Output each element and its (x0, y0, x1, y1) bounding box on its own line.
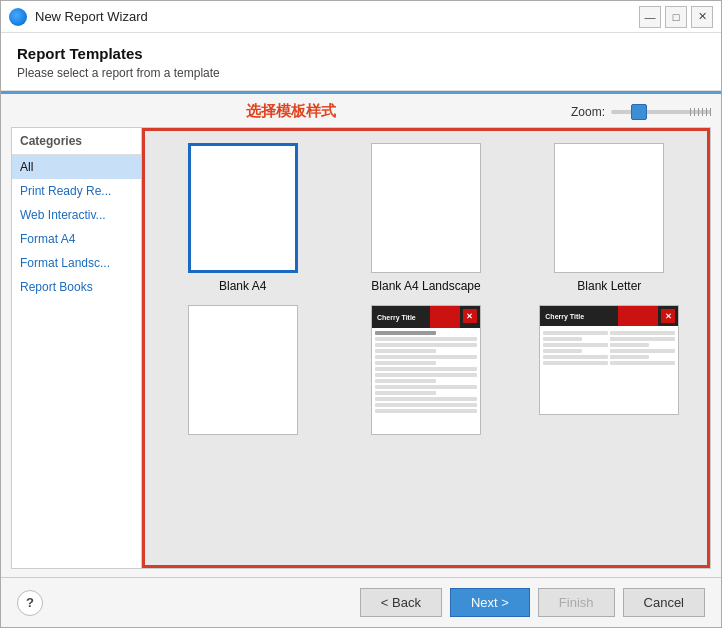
template-preview-blank-a4 (188, 143, 298, 273)
cherry-col-right (610, 331, 675, 367)
maximize-button[interactable]: □ (665, 6, 687, 28)
templates-panel[interactable]: Blank A4 Blank A4 Landscape Blank Letter (142, 128, 710, 568)
category-report-books[interactable]: Report Books (12, 275, 141, 299)
template-blank-2[interactable] (157, 305, 328, 441)
cherry-row (543, 361, 608, 365)
cherry-row (610, 349, 675, 353)
cherry-row (610, 337, 675, 341)
app-icon (9, 8, 27, 26)
template-preview-cherry-portrait: Cherry Title ✕ (371, 305, 481, 435)
template-style-label: 选择模板样式 (11, 102, 571, 121)
template-preview-blank-a4-landscape (371, 143, 481, 273)
template-preview-blank-letter (554, 143, 664, 273)
cherry-row (375, 331, 436, 335)
cherry-body-landscape (540, 326, 678, 370)
footer-left: ? (17, 590, 360, 616)
window-title: New Report Wizard (35, 9, 639, 24)
zoom-tick (690, 108, 691, 116)
cherry-row (375, 373, 477, 377)
help-button[interactable]: ? (17, 590, 43, 616)
toolbar-row: 选择模板样式 Zoom: (11, 102, 711, 121)
cherry-row (610, 361, 675, 365)
cherry-row (610, 343, 649, 347)
cherry-header-portrait: Cherry Title ✕ (372, 306, 480, 328)
cherry-row (543, 343, 608, 347)
category-all[interactable]: All (12, 155, 141, 179)
cherry-row (610, 355, 649, 359)
cherry-stripe-portrait (430, 306, 460, 328)
template-cherry-landscape[interactable]: Cherry Title ✕ (524, 305, 695, 441)
cherry-row (610, 331, 675, 335)
next-button[interactable]: Next > (450, 588, 530, 617)
cherry-row (375, 391, 436, 395)
zoom-area: Zoom: (571, 104, 711, 120)
cherry-row (375, 397, 477, 401)
cherry-row (543, 337, 582, 341)
zoom-tick (710, 108, 711, 116)
cherry-row (375, 403, 477, 407)
header-subtitle: Please select a report from a template (17, 66, 705, 80)
cherry-row (375, 343, 477, 347)
zoom-tick (698, 108, 699, 116)
template-label-blank-a4-landscape: Blank A4 Landscape (371, 279, 480, 293)
category-format-landscape[interactable]: Format Landsc... (12, 251, 141, 275)
header-title: Report Templates (17, 45, 705, 62)
minimize-button[interactable]: — (639, 6, 661, 28)
cherry-row (375, 361, 436, 365)
template-blank-a4-landscape[interactable]: Blank A4 Landscape (340, 143, 511, 293)
footer: ? < Back Next > Finish Cancel (1, 577, 721, 627)
cherry-col-layout (543, 331, 675, 367)
cherry-row (375, 367, 477, 371)
template-cherry-portrait[interactable]: Cherry Title ✕ (340, 305, 511, 441)
zoom-tick (706, 108, 707, 116)
cherry-row (375, 379, 436, 383)
template-preview-cherry-landscape: Cherry Title ✕ (539, 305, 679, 415)
category-web[interactable]: Web Interactiv... (12, 203, 141, 227)
window-controls: — □ ✕ (639, 6, 713, 28)
cherry-row (375, 337, 477, 341)
cherry-row (375, 355, 477, 359)
main-content: 选择模板样式 Zoom: (1, 94, 721, 577)
categories-panel: Categories All Print Ready Re... Web Int… (12, 128, 142, 568)
template-blank-letter[interactable]: Blank Letter (524, 143, 695, 293)
zoom-tick (694, 108, 695, 116)
finish-button[interactable]: Finish (538, 588, 615, 617)
cherry-row (375, 349, 436, 353)
cherry-x-portrait: ✕ (463, 309, 477, 323)
template-label-blank-a4: Blank A4 (219, 279, 266, 293)
template-preview-blank-2 (188, 305, 298, 435)
footer-buttons: < Back Next > Finish Cancel (360, 588, 705, 617)
cherry-title-portrait: Cherry Title (377, 314, 416, 321)
header-section: Report Templates Please select a report … (1, 33, 721, 91)
category-format-a4[interactable]: Format A4 (12, 227, 141, 251)
cherry-col-left (543, 331, 608, 367)
cherry-row (543, 355, 608, 359)
template-blank-a4[interactable]: Blank A4 (157, 143, 328, 293)
zoom-ticks (690, 104, 711, 120)
back-button[interactable]: < Back (360, 588, 442, 617)
close-button[interactable]: ✕ (691, 6, 713, 28)
cherry-row (375, 385, 477, 389)
cherry-row (543, 349, 582, 353)
wizard-window: New Report Wizard — □ ✕ Report Templates… (0, 0, 722, 628)
title-bar: New Report Wizard — □ ✕ (1, 1, 721, 33)
body-panel: Categories All Print Ready Re... Web Int… (11, 127, 711, 569)
cherry-row (543, 331, 608, 335)
template-label-blank-letter: Blank Letter (577, 279, 641, 293)
zoom-thumb[interactable] (631, 104, 647, 120)
categories-header: Categories (12, 128, 141, 155)
cherry-row (375, 409, 477, 413)
cherry-body-portrait (372, 328, 480, 418)
templates-grid: Blank A4 Blank A4 Landscape Blank Letter (145, 131, 707, 453)
cherry-header-landscape: Cherry Title ✕ (540, 306, 678, 326)
category-print[interactable]: Print Ready Re... (12, 179, 141, 203)
cancel-button[interactable]: Cancel (623, 588, 705, 617)
zoom-tick (702, 108, 703, 116)
cherry-title-landscape: Cherry Title (545, 313, 584, 320)
zoom-label: Zoom: (571, 105, 605, 119)
cherry-stripe-landscape (618, 306, 658, 326)
zoom-slider[interactable] (611, 104, 711, 120)
cherry-x-landscape: ✕ (661, 309, 675, 323)
